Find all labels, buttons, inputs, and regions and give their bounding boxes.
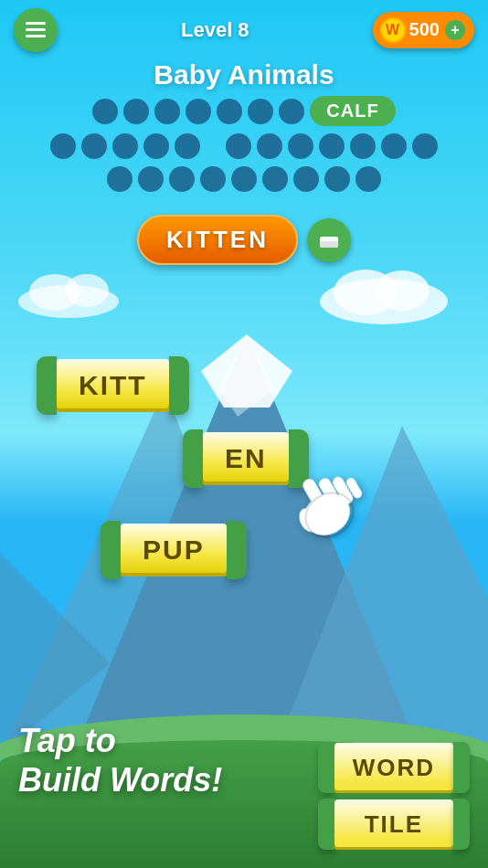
dot-3-2 bbox=[138, 166, 164, 192]
dot-2-11 bbox=[381, 133, 407, 159]
slot-row-2 bbox=[50, 133, 438, 159]
instruction-line2: Build Words! bbox=[18, 760, 222, 799]
dot-2-7 bbox=[257, 133, 282, 159]
word-tile-text: WORD bbox=[353, 754, 435, 781]
dot-1-6 bbox=[248, 99, 273, 124]
dot-1-2 bbox=[123, 99, 149, 124]
menu-button[interactable] bbox=[14, 8, 58, 52]
dot-2-6 bbox=[226, 133, 251, 159]
coin-icon: W bbox=[380, 17, 406, 43]
dot-3-7 bbox=[293, 166, 319, 192]
dot-3-3 bbox=[169, 166, 195, 192]
dot-3-8 bbox=[324, 166, 350, 192]
tile-tile-text: TILE bbox=[365, 810, 423, 838]
tile-right-tab bbox=[453, 799, 470, 850]
slot-row-3 bbox=[107, 166, 381, 192]
slot-row-1: CALF bbox=[92, 96, 395, 126]
cloud-right bbox=[311, 256, 457, 329]
dot-2-2 bbox=[81, 133, 107, 159]
dot-2-3 bbox=[112, 133, 138, 159]
word-slots: CALF bbox=[0, 96, 488, 192]
pup-tile-group[interactable]: PUP bbox=[101, 521, 247, 579]
tile-tile-group[interactable]: TILE bbox=[318, 799, 470, 850]
kitt-tile-text: KITT bbox=[79, 370, 147, 400]
en-left-tab bbox=[183, 429, 203, 488]
dot-3-5 bbox=[231, 166, 257, 192]
eraser-button[interactable] bbox=[307, 218, 351, 262]
mountain-background bbox=[0, 280, 488, 758]
dot-2-12 bbox=[412, 133, 438, 159]
tile-tile[interactable]: TILE bbox=[334, 799, 453, 850]
dot-1-3 bbox=[154, 99, 180, 124]
dot-2-8 bbox=[288, 133, 313, 159]
dot-1-4 bbox=[186, 99, 211, 124]
dot-1-5 bbox=[217, 99, 242, 124]
header: Level 8 W 500 + bbox=[0, 0, 488, 59]
word-right-tab bbox=[453, 742, 470, 793]
pup-tile-text: PUP bbox=[143, 535, 205, 565]
dot-2-9 bbox=[319, 133, 345, 159]
level-label: Level 8 bbox=[181, 18, 249, 42]
word-left-tab bbox=[318, 742, 334, 793]
instruction-line1: Tap to bbox=[18, 721, 222, 760]
tile-left-tab bbox=[318, 799, 334, 850]
dot-2-1 bbox=[50, 133, 76, 159]
pup-tile[interactable]: PUP bbox=[121, 524, 227, 577]
kitt-tile-group[interactable]: KITT bbox=[37, 356, 189, 415]
dot-3-6 bbox=[262, 166, 288, 192]
svg-point-8 bbox=[375, 270, 430, 311]
kitt-tile-row[interactable]: KITT bbox=[37, 356, 189, 415]
pup-tile-row[interactable]: PUP bbox=[101, 521, 247, 579]
pup-right-tab bbox=[227, 521, 247, 579]
coins-container[interactable]: W 500 + bbox=[373, 12, 474, 48]
kitt-left-tab bbox=[37, 356, 57, 415]
page-title: Baby Animals bbox=[0, 59, 488, 90]
dot-2-10 bbox=[350, 133, 376, 159]
dot-3-1 bbox=[107, 166, 133, 192]
eraser-icon bbox=[316, 228, 342, 253]
cloud-left bbox=[9, 265, 128, 320]
dot-2-4 bbox=[143, 133, 169, 159]
dot-1-1 bbox=[92, 99, 118, 124]
en-tile-text: EN bbox=[225, 443, 267, 473]
menu-icon bbox=[26, 22, 46, 37]
kitt-right-tab bbox=[169, 356, 189, 415]
add-coins-button[interactable]: + bbox=[445, 20, 465, 40]
word-tile-group[interactable]: WORD bbox=[318, 742, 470, 793]
dot-3-9 bbox=[355, 166, 381, 192]
kitt-tile[interactable]: KITT bbox=[57, 359, 169, 412]
calf-badge: CALF bbox=[310, 96, 395, 126]
current-word-container: KITTEN bbox=[137, 215, 351, 265]
svg-point-11 bbox=[65, 274, 109, 307]
svg-rect-13 bbox=[320, 241, 338, 248]
dot-3-4 bbox=[200, 166, 226, 192]
pup-left-tab bbox=[101, 521, 121, 579]
current-word-text: KITTEN bbox=[166, 226, 269, 253]
bottom-tiles: WORD TILE bbox=[318, 742, 470, 850]
kitten-bar: KITTEN bbox=[137, 215, 298, 265]
coin-amount: 500 bbox=[409, 19, 440, 40]
tap-instruction: Tap to Build Words! bbox=[18, 721, 222, 799]
dot-2-5 bbox=[175, 133, 200, 159]
word-tile[interactable]: WORD bbox=[334, 743, 453, 793]
dot-1-7 bbox=[279, 99, 304, 124]
